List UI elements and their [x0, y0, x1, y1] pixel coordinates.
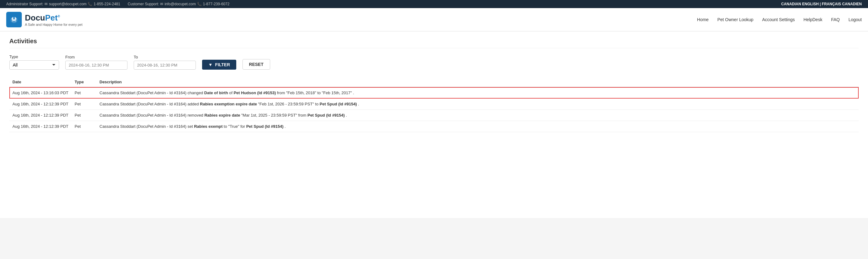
logo-brand: DocuPet® [25, 13, 82, 23]
cell-type: Pet [71, 87, 96, 99]
nav-home[interactable]: Home [697, 17, 709, 22]
logo-tagline: A Safe and Happy Home for every pet [25, 23, 82, 26]
language-selector[interactable]: CANADIAN ENGLISH | FRANÇAIS CANADIEN [781, 2, 862, 6]
reset-button[interactable]: RESET [243, 59, 270, 70]
main-content: Activities Type All Pet Owner License Fr… [0, 31, 868, 218]
filter-button[interactable]: ▼ FILTER [202, 60, 236, 70]
nav-faq[interactable]: FAQ [831, 17, 840, 22]
from-filter-label: From [65, 55, 127, 59]
type-filter-label: Type [9, 55, 59, 59]
envelope-icon-customer: ✉ [160, 2, 163, 6]
customer-phone: 1-877-239-6072 [203, 2, 229, 6]
col-type: Type [71, 77, 96, 87]
table-row: Aug 16th, 2024 - 13:16:03 PDTPetCassandr… [9, 87, 859, 99]
table-row: Aug 16th, 2024 - 12:12:39 PDTPetCassandr… [9, 121, 859, 132]
cell-description: Cassandra Stoddart (DocuPet Admin - Id #… [96, 99, 859, 110]
phone-icon-customer: 📞 [197, 2, 202, 6]
svg-point-1 [12, 18, 13, 20]
type-filter-select[interactable]: All Pet Owner License [9, 60, 59, 70]
svg-point-2 [15, 18, 17, 20]
cell-description: Cassandra Stoddart (DocuPet Admin - Id #… [96, 110, 859, 121]
type-filter-group: Type All Pet Owner License [9, 55, 59, 70]
page-title: Activities [9, 38, 859, 48]
logo-icon [6, 12, 22, 27]
from-filter-input[interactable] [65, 61, 127, 70]
cell-type: Pet [71, 121, 96, 132]
to-filter-group: To [134, 55, 196, 70]
admin-support-label: Administrator Support: [6, 2, 43, 6]
nav-pet-owner-lookup[interactable]: Pet Owner Lookup [717, 17, 753, 22]
phone-icon-admin: 📞 [88, 2, 92, 6]
col-date: Date [9, 77, 71, 87]
filter-icon: ▼ [208, 62, 213, 67]
customer-support: Customer Support: ✉ info@docupet.com 📞 1… [128, 2, 229, 6]
admin-support: Administrator Support: ✉ support@docupet… [6, 2, 120, 6]
support-info: Administrator Support: ✉ support@docupet… [6, 2, 229, 6]
cell-date: Aug 16th, 2024 - 12:12:39 PDT [9, 121, 71, 132]
envelope-icon: ✉ [44, 2, 48, 6]
cell-description: Cassandra Stoddart (DocuPet Admin - Id #… [96, 121, 859, 132]
customer-support-label: Customer Support: [128, 2, 159, 6]
top-bar: Administrator Support: ✉ support@docupet… [0, 0, 868, 8]
filter-row: Type All Pet Owner License From To ▼ FIL… [9, 55, 859, 70]
table-row: Aug 16th, 2024 - 12:12:39 PDTPetCassandr… [9, 99, 859, 110]
table-header: Date Type Description [9, 77, 859, 87]
cell-type: Pet [71, 110, 96, 121]
nav-logout[interactable]: Logout [848, 17, 862, 22]
to-filter-input[interactable] [134, 61, 196, 70]
cell-type: Pet [71, 99, 96, 110]
table-row: Aug 16th, 2024 - 12:12:39 PDTPetCassandr… [9, 110, 859, 121]
logo: DocuPet® A Safe and Happy Home for every… [6, 12, 82, 27]
col-description: Description [96, 77, 859, 87]
customer-email: info@docupet.com [164, 2, 195, 6]
admin-email: support@docupet.com [49, 2, 86, 6]
from-filter-group: From [65, 55, 127, 70]
cell-date: Aug 16th, 2024 - 13:16:03 PDT [9, 87, 71, 99]
filter-button-label: FILTER [215, 62, 230, 67]
main-nav: Home Pet Owner Lookup Account Settings H… [697, 17, 862, 22]
svg-point-3 [13, 20, 14, 21]
cell-date: Aug 16th, 2024 - 12:12:39 PDT [9, 110, 71, 121]
header: DocuPet® A Safe and Happy Home for every… [0, 8, 868, 31]
admin-phone: 1-855-224-2481 [94, 2, 120, 6]
cell-description: Cassandra Stoddart (DocuPet Admin - Id #… [96, 87, 859, 99]
to-filter-label: To [134, 55, 196, 59]
nav-account-settings[interactable]: Account Settings [762, 17, 795, 22]
nav-helpdesk[interactable]: HelpDesk [803, 17, 822, 22]
cell-date: Aug 16th, 2024 - 12:12:39 PDT [9, 99, 71, 110]
table-body: Aug 16th, 2024 - 13:16:03 PDTPetCassandr… [9, 87, 859, 132]
activities-table: Date Type Description Aug 16th, 2024 - 1… [9, 77, 859, 132]
logo-text: DocuPet® A Safe and Happy Home for every… [25, 13, 82, 26]
